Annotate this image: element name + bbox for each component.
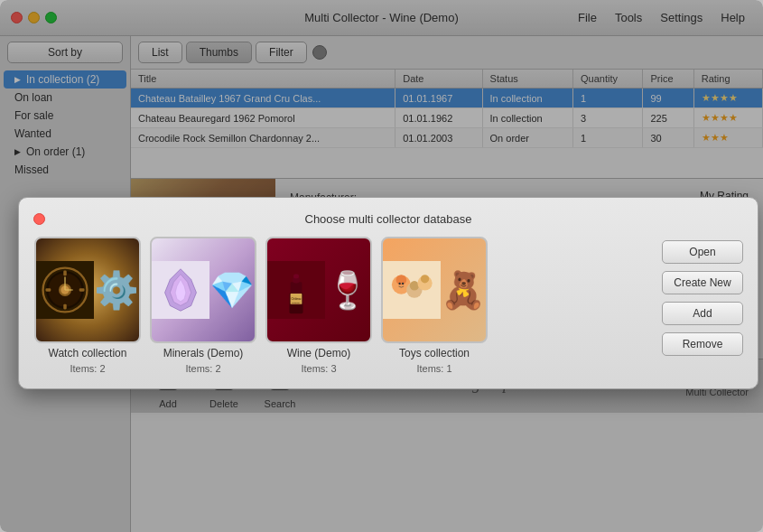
watch-collection-name: Watch collection bbox=[49, 347, 127, 359]
svg-text:Batailley: Batailley bbox=[293, 302, 302, 303]
create-new-button[interactable]: Create New bbox=[662, 271, 743, 294]
minerals-thumbnail bbox=[150, 237, 256, 343]
modal-close-button[interactable] bbox=[33, 213, 45, 225]
modal-title: Choose multi collector database bbox=[56, 212, 743, 226]
svg-rect-29 bbox=[291, 282, 302, 294]
remove-button[interactable]: Remove bbox=[662, 332, 743, 356]
watch-thumbnail bbox=[34, 237, 141, 343]
main-window: Multi Collector - Wine (Demo) File Tools… bbox=[0, 0, 763, 532]
svg-rect-16 bbox=[63, 304, 66, 310]
toys-thumbnail bbox=[381, 237, 488, 343]
minerals-collection-name: Minerals (Demo) bbox=[163, 347, 244, 359]
watch-collection-count: Items: 2 bbox=[70, 363, 105, 374]
add-database-button[interactable]: Add bbox=[662, 302, 743, 325]
open-button[interactable]: Open bbox=[662, 240, 743, 264]
collection-item-minerals[interactable]: Minerals (Demo) Items: 2 bbox=[149, 237, 257, 374]
svg-rect-18 bbox=[79, 288, 85, 291]
modal-title-bar: Choose multi collector database bbox=[33, 212, 743, 226]
collection-item-toys[interactable]: Toys collection Items: 1 bbox=[380, 237, 489, 374]
collection-items: Watch collection Items: 2 Min bbox=[33, 237, 651, 374]
wine-collection-count: Items: 3 bbox=[301, 363, 336, 374]
svg-point-43 bbox=[402, 283, 404, 285]
choose-database-modal: Choose multi collector database bbox=[18, 197, 758, 389]
toys-collection-name: Toys collection bbox=[399, 347, 470, 359]
svg-point-41 bbox=[421, 275, 429, 283]
modal-actions: Open Create New Add Remove bbox=[662, 237, 743, 374]
wine-collection-name: Wine (Demo) bbox=[287, 347, 351, 359]
svg-rect-31 bbox=[293, 275, 299, 279]
toys-collection-count: Items: 1 bbox=[416, 363, 451, 374]
collection-item-watch[interactable]: Watch collection Items: 2 bbox=[33, 237, 142, 374]
wine-thumbnail: Château Batailley bbox=[265, 237, 372, 343]
svg-point-37 bbox=[396, 275, 407, 285]
collection-item-wine[interactable]: Château Batailley Wine (Demo) Items: 3 bbox=[265, 237, 373, 374]
svg-rect-17 bbox=[45, 288, 51, 291]
modal-overlay: Choose multi collector database bbox=[0, 0, 763, 532]
modal-body: Watch collection Items: 2 Min bbox=[33, 237, 743, 374]
svg-text:Château: Château bbox=[292, 297, 302, 301]
minerals-collection-count: Items: 2 bbox=[185, 363, 220, 374]
svg-point-42 bbox=[398, 283, 400, 285]
svg-rect-15 bbox=[63, 270, 66, 275]
